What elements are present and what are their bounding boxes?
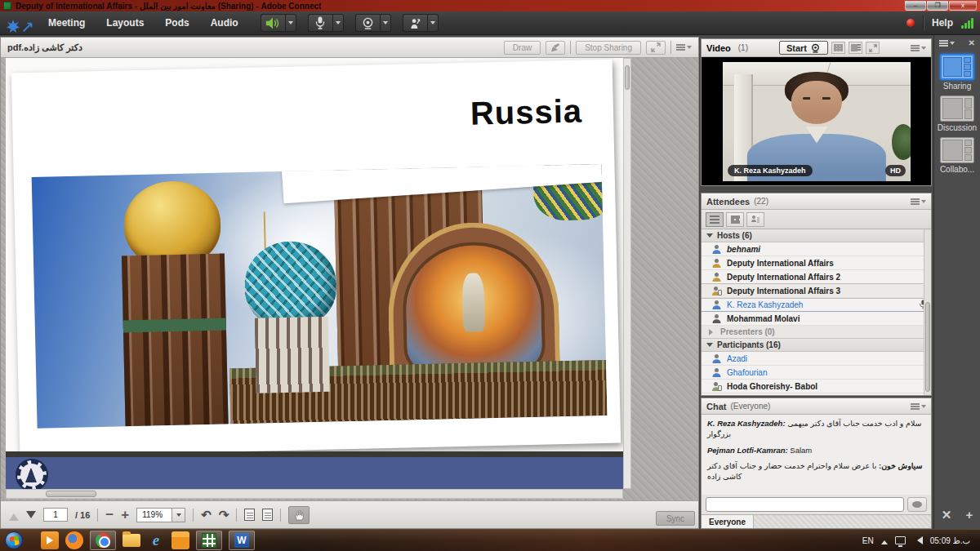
cathedral-photo	[32, 164, 608, 429]
shared-document-title: دکتر کاشی زاده.pdf	[7, 42, 171, 53]
pan-tool-button[interactable]	[288, 506, 310, 524]
menu-meeting[interactable]: Meeting	[38, 11, 96, 34]
rotate-left-button[interactable]: ↶	[201, 508, 212, 522]
taskbar-media-player-icon[interactable]	[41, 531, 59, 549]
chat-input[interactable]	[706, 497, 904, 512]
language-indicator[interactable]: EN	[862, 536, 874, 545]
add-layout-icon[interactable]: +	[966, 508, 973, 522]
status-view-button[interactable]	[746, 212, 764, 227]
menu-pods[interactable]: Pods	[154, 11, 199, 34]
speaker-dropdown[interactable]	[285, 14, 296, 32]
previous-page-button[interactable]	[9, 509, 19, 521]
adobe-connect-logo-icon	[0, 11, 38, 34]
tray-expand-icon[interactable]	[881, 537, 888, 544]
layout-sharing-thumbnail[interactable]	[940, 54, 974, 80]
connection-signal-icon[interactable]	[961, 17, 973, 29]
zoom-out-button[interactable]: −	[105, 508, 114, 522]
taskbar-explorer-icon[interactable]	[122, 531, 140, 549]
attendee-device-icon	[711, 286, 722, 296]
remove-layout-icon[interactable]: ✕	[942, 508, 952, 522]
taskbar-word-button[interactable]: W	[229, 531, 255, 550]
attendees-scrollbar[interactable]	[924, 229, 931, 395]
list-view-button[interactable]	[706, 212, 724, 227]
breakout-view-button[interactable]	[726, 212, 744, 227]
attendee-row[interactable]: Deputy International Affairs	[702, 256, 931, 270]
taskbar-chrome-button[interactable]	[90, 531, 116, 550]
raise-hand-dropdown[interactable]	[427, 14, 439, 32]
menu-layouts[interactable]: Layouts	[96, 11, 154, 34]
taskbar-notes-icon[interactable]	[172, 531, 189, 549]
speaker-button[interactable]	[261, 14, 285, 32]
horizontal-scrollbar[interactable]	[6, 489, 623, 499]
chat-pod-menu-icon[interactable]	[911, 402, 926, 411]
layout-strip-close-icon[interactable]: ✕	[969, 38, 975, 47]
vertical-scrollbar[interactable]	[623, 58, 631, 489]
participants-section-header[interactable]: Participants (16)	[702, 339, 931, 352]
pointer-tool-button[interactable]	[546, 41, 565, 55]
menu-audio[interactable]: Audio	[200, 11, 249, 34]
layout-strip: ✕ Sharing Discussion Collabo... ✕ +	[933, 35, 980, 529]
attendees-toolbar	[702, 210, 931, 229]
taskbar-clock[interactable]: 05:09 ب.ظ	[930, 536, 970, 545]
close-button[interactable]: x	[949, 1, 977, 11]
layout-menu-icon[interactable]	[939, 38, 955, 47]
attendee-row[interactable]: Mohammad Molavi	[702, 312, 931, 326]
webcam-button[interactable]	[355, 14, 380, 32]
menu-bar: Meeting Layouts Pods Audio	[0, 11, 980, 35]
page-number-input[interactable]	[43, 508, 68, 522]
volume-icon[interactable]	[913, 536, 923, 544]
send-message-button[interactable]	[907, 497, 927, 512]
next-page-button[interactable]	[26, 511, 36, 523]
video-pod-menu-icon[interactable]	[911, 44, 926, 52]
layout-collaboration-thumbnail[interactable]	[940, 137, 974, 163]
presenters-section-header[interactable]: Presenters (0)	[702, 326, 931, 339]
attendee-row[interactable]: Deputy International Affairs 3	[702, 284, 931, 298]
fit-page-button[interactable]	[244, 509, 255, 521]
taskbar-firefox-icon[interactable]	[65, 531, 83, 549]
minimize-button[interactable]: –	[905, 1, 926, 11]
zoom-in-button[interactable]: +	[121, 508, 129, 522]
microphone-dropdown[interactable]	[332, 14, 344, 32]
raise-hand-button[interactable]	[403, 14, 427, 32]
attendee-row[interactable]: Hoda Ghoreishy- Babol	[702, 380, 931, 393]
attendee-icon	[711, 244, 722, 255]
attendee-row[interactable]: behnami	[702, 242, 931, 256]
attendee-row[interactable]: Ghafourian	[702, 366, 931, 380]
layout-discussion-thumbnail[interactable]	[940, 96, 974, 122]
attendee-icon	[711, 300, 722, 310]
attendee-icon	[711, 313, 722, 324]
draw-button[interactable]: Draw	[504, 41, 541, 55]
start-button[interactable]	[5, 531, 23, 549]
page-separator	[6, 451, 623, 457]
share-pod-menu-icon[interactable]	[676, 43, 692, 51]
taskbar-connect-button[interactable]	[196, 531, 222, 550]
attendee-row-self[interactable]: K. Reza Kashyzadeh	[702, 298, 931, 312]
tab-everyone[interactable]: Everyone	[702, 515, 754, 528]
webcam-dropdown[interactable]	[380, 14, 391, 32]
video-fullscreen-icon[interactable]	[866, 42, 880, 54]
sync-button[interactable]: Sync	[656, 511, 695, 526]
hosts-section-header[interactable]: Hosts (6)	[702, 229, 931, 242]
zoom-level-select[interactable]: 119%	[136, 508, 185, 522]
attendees-pod-menu-icon[interactable]	[911, 198, 926, 206]
fullscreen-icon[interactable]	[646, 41, 666, 55]
grid-view-icon[interactable]	[831, 42, 845, 54]
title-bar: Deputy of International Affairs - معاونت…	[0, 0, 980, 11]
chat-message: K. Reza Kashyzadeh: سلام و ادب خدمت جناب…	[707, 419, 925, 440]
stop-sharing-button[interactable]: Stop Sharing	[576, 41, 641, 55]
rotate-right-button[interactable]: ↷	[219, 508, 229, 522]
camera-icon	[810, 43, 821, 53]
attendee-row[interactable]: Deputy International Affairs 2	[702, 270, 931, 284]
microphone-button[interactable]	[308, 14, 332, 32]
maximize-button[interactable]: ❐	[927, 1, 948, 11]
taskbar-ie-icon[interactable]: e	[147, 531, 165, 549]
filmstrip-view-icon[interactable]	[849, 42, 862, 54]
speaker-icon	[265, 17, 280, 29]
attendee-row[interactable]: Azadi	[702, 352, 931, 366]
fit-width-button[interactable]	[262, 509, 273, 521]
network-icon[interactable]	[895, 536, 906, 544]
chat-scope: (Everyone)	[730, 402, 770, 411]
zoom-dropdown-icon[interactable]	[172, 508, 185, 522]
help-menu[interactable]: Help	[932, 17, 953, 29]
start-webcam-button[interactable]: Start	[779, 41, 828, 55]
